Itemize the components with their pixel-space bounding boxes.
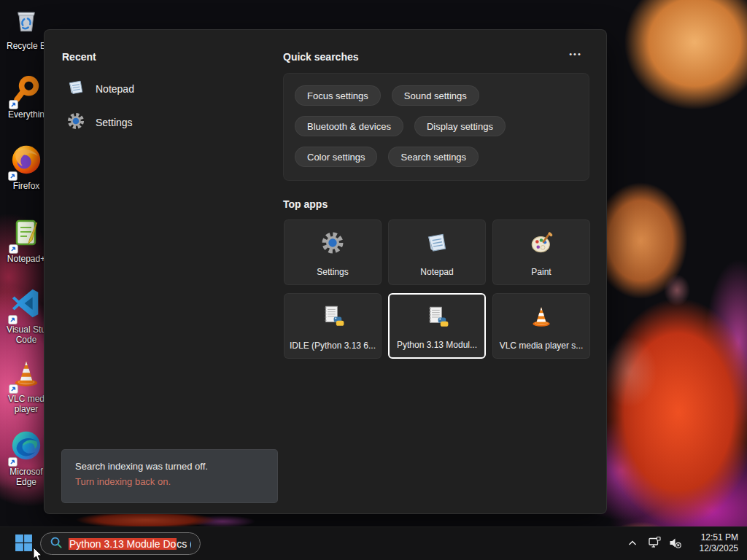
settings-gear-icon <box>66 112 85 133</box>
clock-time: 12:51 PM <box>700 532 738 543</box>
quick-search-pill[interactable]: Display settings <box>414 116 506 136</box>
top-app-tile-vlc[interactable]: VLC media player s... <box>492 293 590 359</box>
ethernet-network-icon <box>648 536 662 553</box>
shortcut-arrow-icon <box>9 99 18 109</box>
top-apps-title: Top apps <box>283 198 328 210</box>
tile-label: Notepad <box>393 267 481 277</box>
quick-search-pill[interactable]: Bluetooth & devices <box>295 116 403 136</box>
quick-searches-card: Focus settings Sound settings Bluetooth … <box>283 73 589 181</box>
quick-search-pill[interactable]: Sound settings <box>392 85 479 106</box>
top-app-tile-notepad[interactable]: Notepad <box>388 219 486 285</box>
tile-label: VLC media player s... <box>498 341 585 351</box>
taskbar: Python 3.13 Module Docs ( <box>0 526 747 560</box>
firefox-icon <box>9 143 43 179</box>
volume-muted-icon <box>668 536 682 553</box>
tile-label: IDLE (Python 3.13 6... <box>289 341 376 351</box>
recent-item-label: Settings <box>96 117 133 128</box>
more-options-button[interactable]: ••• <box>564 46 587 62</box>
shortcut-arrow-icon <box>8 314 18 324</box>
search-icon <box>50 536 63 552</box>
everything-search-icon <box>10 74 42 108</box>
notepad-icon <box>389 230 485 255</box>
top-app-tile-python-module-docs[interactable]: Python 3.13 Modul... <box>388 293 486 359</box>
shortcut-arrow-icon <box>9 244 18 253</box>
recent-section-title: Recent <box>62 51 96 63</box>
recent-item-label: Notepad <box>96 83 134 95</box>
shortcut-arrow-icon <box>8 171 18 180</box>
top-app-tile-idle-python[interactable]: IDLE (Python 3.13 6... <box>284 293 382 359</box>
vscode-icon <box>9 287 43 323</box>
turn-indexing-on-link[interactable]: Turn indexing back on. <box>75 476 264 487</box>
network-tray-button[interactable] <box>646 537 662 551</box>
notepad-icon <box>66 78 85 100</box>
tile-label: Settings <box>289 267 376 277</box>
chevron-up-icon <box>627 537 638 551</box>
tile-label: Python 3.13 Modul... <box>394 340 480 350</box>
recent-item-notepad[interactable]: Notepad <box>66 78 134 100</box>
shortcut-arrow-icon <box>8 456 18 466</box>
top-app-tile-paint[interactable]: Paint <box>492 219 590 285</box>
python-doc-icon <box>285 304 381 329</box>
recent-item-settings[interactable]: Settings <box>66 112 133 133</box>
quick-search-pill[interactable]: Focus settings <box>295 85 381 106</box>
ellipsis-icon: ••• <box>569 50 582 58</box>
notepad-plus-plus-icon <box>10 217 42 252</box>
clock-date: 12/3/2025 <box>700 543 738 554</box>
unselected-text: cs ( <box>177 538 191 550</box>
quick-search-pill[interactable]: Color settings <box>295 147 377 167</box>
indexing-toast: Search indexing was turned off. Turn ind… <box>61 449 278 503</box>
tile-label: Paint <box>498 267 585 277</box>
windows-desktop: Recycle B Everythin <box>0 0 747 560</box>
taskbar-search-box[interactable]: Python 3.13 Module Docs ( <box>40 532 201 555</box>
toast-message: Search indexing was turned off. <box>75 461 264 472</box>
top-app-tile-settings[interactable]: Settings <box>284 219 382 285</box>
vlc-icon <box>10 357 42 392</box>
quick-search-pill[interactable]: Search settings <box>388 147 479 167</box>
windows-logo-icon <box>15 534 33 555</box>
edge-icon <box>9 429 43 465</box>
paint-icon <box>493 230 589 255</box>
volume-tray-button[interactable] <box>667 537 683 551</box>
search-input-text: Python 3.13 Module Docs ( <box>69 538 191 550</box>
vlc-icon <box>493 304 589 329</box>
tray-overflow-button[interactable] <box>624 537 640 551</box>
selected-text: Python 3.13 Module Do <box>69 538 177 550</box>
clock[interactable]: 12:51 PM 12/3/2025 <box>700 532 738 554</box>
start-button[interactable] <box>13 534 34 553</box>
search-flyout-panel: Recent Notepad <box>44 29 607 514</box>
quick-searches-title: Quick searches <box>283 51 359 63</box>
recycle-bin-icon <box>12 6 41 39</box>
shortcut-arrow-icon <box>9 384 18 393</box>
settings-gear-icon <box>285 230 381 255</box>
python-doc-icon <box>390 305 484 330</box>
